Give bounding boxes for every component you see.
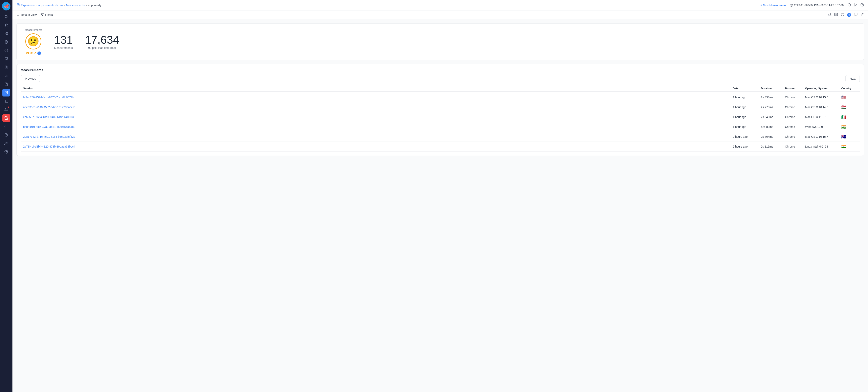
- header-browser: Browser: [785, 87, 805, 90]
- next-button[interactable]: Next: [845, 75, 860, 82]
- default-view-btn[interactable]: Default View: [17, 13, 37, 17]
- svg-point-28: [5, 142, 6, 143]
- sidebar-chart-icon[interactable]: [2, 72, 10, 80]
- undo-icon[interactable]: [841, 13, 844, 17]
- load-time-value: 17,634: [85, 34, 119, 46]
- breadcrumb-current: app_ready: [88, 4, 101, 7]
- fullscreen-exit-icon[interactable]: [860, 13, 864, 17]
- sidebar-settings-icon[interactable]: [2, 148, 10, 156]
- session-id-5[interactable]: 2a78f4df-d8b4-4120-878b-89daea38bbc4: [23, 145, 733, 148]
- os-cell-3: Windows 10.0: [805, 125, 841, 128]
- section-title: Measurements: [21, 68, 860, 72]
- mail-icon[interactable]: [834, 13, 838, 17]
- country-flag-1: 🇭🇺: [841, 105, 857, 110]
- session-id-1[interactable]: a0ea33cd-a140-4582-a47f-1a17239acefe: [23, 105, 733, 109]
- sidebar-speaker-icon[interactable]: [2, 123, 10, 130]
- svg-text:🐙: 🐙: [4, 3, 9, 9]
- duration-cell-4: 2s 764ms: [761, 135, 785, 138]
- svg-line-3: [7, 17, 7, 18]
- breadcrumb-experience[interactable]: Experience: [21, 4, 35, 7]
- measurements-label: Measurements: [54, 46, 73, 50]
- session-id-0[interactable]: fe9ec756-7594-4cbf-8475-7dcb6fc0079b: [23, 96, 733, 99]
- sidebar-report-icon[interactable]: [2, 63, 10, 71]
- bell-icon[interactable]: [828, 13, 831, 17]
- sidebar-puppet-icon[interactable]: [2, 97, 10, 105]
- sidebar-search-icon[interactable]: [2, 13, 10, 21]
- header-session: Session: [23, 87, 733, 90]
- os-cell-5: Linux Intel x86_64: [805, 145, 841, 148]
- toolbar: Default View Filters 0: [12, 10, 868, 19]
- date-range-text: 2020-11-26 5:37 PM—2020-11-27 8:37 AM: [794, 4, 844, 7]
- toolbar-right: 0: [828, 13, 864, 17]
- breadcrumb-app[interactable]: apps.sematext.com: [38, 4, 63, 7]
- sidebar-flag-icon[interactable]: [2, 55, 10, 63]
- date-cell-3: 1 hour ago: [733, 125, 761, 128]
- app-logo[interactable]: 🐙: [2, 2, 10, 10]
- sidebar-experience-icon[interactable]: [2, 89, 10, 96]
- svg-rect-4: [5, 32, 6, 33]
- svg-rect-21: [5, 91, 8, 94]
- table-row[interactable]: 2a78f4df-d8b4-4120-878b-89daea38bbc4 2 h…: [21, 142, 860, 152]
- sidebar-notification-icon[interactable]: [2, 106, 10, 113]
- sidebar-grid-icon[interactable]: [2, 30, 10, 37]
- country-flag-2: 🇮🇹: [841, 115, 857, 119]
- play-icon[interactable]: [854, 3, 858, 7]
- top-header: Experience › apps.sematext.com › Measure…: [12, 0, 868, 10]
- filters-label: Filters: [45, 13, 53, 17]
- score-bottom-label: POOR i: [26, 52, 41, 55]
- summary-card: Measurements 😕 POOR i 131 Measurements 1…: [17, 23, 864, 60]
- os-cell-4: Mac OS X 10.15.7: [805, 135, 841, 138]
- svg-point-22: [6, 100, 7, 101]
- score-label-top: Measurements: [25, 28, 42, 31]
- table-header: Session Date Duration Browser Operating …: [21, 85, 860, 92]
- table-row[interactable]: 20817d42-d71c-4621-8154-b36e3bf5f322 2 h…: [21, 132, 860, 142]
- sidebar-globe-icon[interactable]: [2, 38, 10, 46]
- svg-rect-6: [5, 34, 6, 35]
- svg-marker-38: [41, 14, 43, 16]
- session-id-2[interactable]: ecb95075-92fa-43d1-84d2-61f286400033: [23, 115, 733, 119]
- table-row[interactable]: a0ea33cd-a140-4582-a47f-1a17239acefe 1 h…: [21, 102, 860, 112]
- table-row[interactable]: bbbf2019-f3e5-47a3-ab11-a5c9454a4a82 1 h…: [21, 122, 860, 132]
- header-duration: Duration: [761, 87, 785, 90]
- breadcrumb-icon: [17, 3, 20, 7]
- sidebar-alert-icon[interactable]: [2, 47, 10, 54]
- sidebar-gift-icon[interactable]: [2, 114, 10, 122]
- browser-cell-4: Chrome: [785, 135, 805, 138]
- filters-btn[interactable]: Filters: [40, 13, 53, 17]
- sidebar-help-icon[interactable]: [2, 131, 10, 139]
- score-face-icon: 😕: [25, 33, 41, 50]
- measurements-count-stat: 131 Measurements: [54, 34, 73, 50]
- screen-icon[interactable]: [854, 13, 858, 17]
- header-date: Date: [733, 87, 761, 90]
- measurements-count: 131: [54, 34, 73, 46]
- new-measurement-button[interactable]: + New Measurement: [761, 4, 786, 7]
- header-right: + New Measurement 2020-11-26 5:37 PM—202…: [761, 3, 864, 7]
- svg-rect-30: [17, 4, 19, 6]
- previous-button[interactable]: Previous: [21, 75, 40, 82]
- breadcrumb-sep-3: ›: [86, 4, 87, 7]
- table-row[interactable]: ecb95075-92fa-43d1-84d2-61f286400033 1 h…: [21, 112, 860, 122]
- duration-cell-0: 2s 433ms: [761, 96, 785, 99]
- load-time-label: 90 pctl. load time (ms): [88, 46, 116, 50]
- table-row[interactable]: fe9ec756-7594-4cbf-8475-7dcb6fc0079b 1 h…: [21, 92, 860, 102]
- poor-info-icon[interactable]: i: [37, 52, 41, 55]
- sidebar-log-icon[interactable]: [2, 81, 10, 88]
- notification-count-badge[interactable]: 0: [847, 13, 851, 17]
- svg-marker-32: [855, 3, 857, 6]
- breadcrumb-measurements[interactable]: Measurements: [66, 4, 85, 7]
- toolbar-left: Default View Filters: [17, 13, 53, 17]
- refresh-icon[interactable]: [847, 3, 851, 7]
- help-question-icon[interactable]: [860, 3, 864, 7]
- main-area: Experience › apps.sematext.com › Measure…: [12, 0, 868, 392]
- header-os: Operating System: [805, 87, 841, 90]
- session-id-3[interactable]: bbbf2019-f3e5-47a3-ab11-a5c9454a4a82: [23, 125, 733, 128]
- sidebar: 🐙: [0, 0, 12, 392]
- date-cell-2: 1 hour ago: [733, 115, 761, 119]
- face-emoji: 😕: [27, 36, 39, 47]
- sidebar-users-icon[interactable]: [2, 140, 10, 147]
- date-cell-4: 2 hours ago: [733, 135, 761, 138]
- svg-point-29: [6, 151, 7, 152]
- pagination-row: Previous Next: [21, 75, 860, 82]
- session-id-4[interactable]: 20817d42-d71c-4621-8154-b36e3bf5f322: [23, 135, 733, 138]
- sidebar-rocket-icon[interactable]: [2, 21, 10, 29]
